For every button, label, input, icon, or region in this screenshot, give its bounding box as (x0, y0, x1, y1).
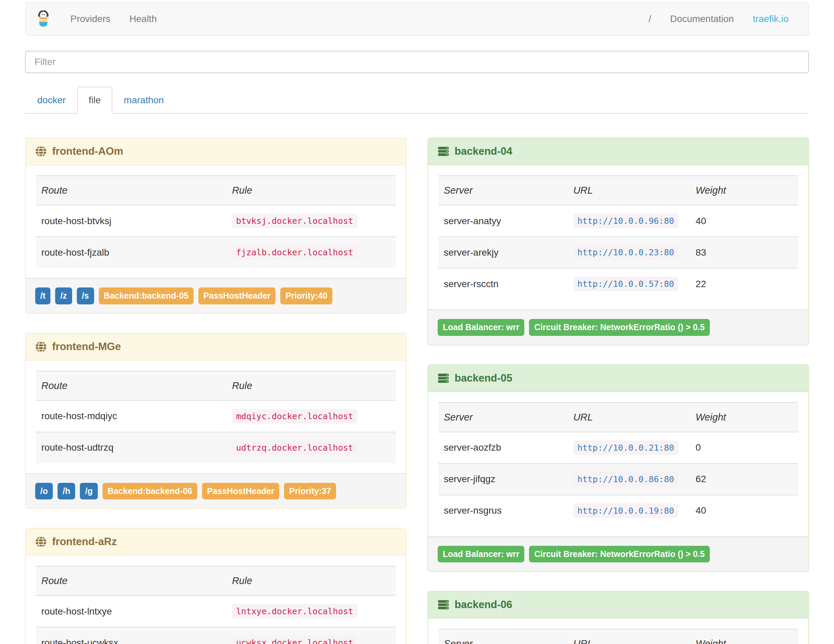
weight-cell: 40 (690, 205, 798, 237)
server-url-link[interactable]: http://10.0.0.19:80 (574, 503, 678, 518)
servers-table: ServerURLWeightserver-aozfzbhttp://10.0.… (438, 402, 798, 526)
entrypoint-badge: /g (80, 483, 97, 500)
rule-cell: btvksj.docker.localhost (226, 205, 396, 237)
panel-title-text: backend-04 (454, 145, 512, 157)
tab-docker[interactable]: docker (26, 87, 77, 113)
url-cell: http://10.0.0.23:80 (568, 237, 690, 268)
panel-title: backend-06 (428, 592, 808, 619)
panel-title: frontend-MGe (26, 333, 406, 361)
provider-content: frontend-AOmRouteRuleroute-host-btvksjbt… (25, 138, 809, 644)
nav-path-separator: / (639, 3, 661, 35)
page-container: Providers Health / Documentation traefik… (25, 2, 809, 644)
server-cell: server-anatyy (438, 205, 568, 237)
server-url-link[interactable]: http://10.0.0.57:80 (574, 277, 678, 291)
table-header-row: RouteRule (36, 371, 396, 401)
navbar: Providers Health / Documentation traefik… (25, 2, 809, 36)
panel-title: frontend-AOm (26, 138, 406, 165)
server-cell: server-aozfzb (438, 432, 568, 464)
backends-column: backend-04ServerURLWeightserver-anatyyht… (427, 138, 809, 644)
rule-cell: fjzalb.docker.localhost (226, 237, 396, 268)
table-header-row: RouteRule (36, 176, 396, 205)
server-url-link[interactable]: http://10.0.0.96:80 (574, 214, 678, 228)
route-row: route-host-mdqiycmdqiyc.docker.localhost (36, 401, 396, 432)
table-head: ServerURLWeight (438, 403, 798, 432)
column-header: Rule (226, 176, 396, 205)
panel-title-text: frontend-MGe (52, 341, 121, 353)
weight-cell: 0 (690, 432, 798, 464)
weight-cell: 40 (690, 495, 798, 526)
frontend-panel: frontend-aRzRouteRuleroute-host-lntxyeln… (25, 528, 407, 644)
backend-panel: backend-06ServerURLWeightserver-opbuopht… (427, 591, 809, 644)
rule-cell: ucwksx.docker.localhost (226, 627, 396, 644)
entrypoint-badge: /t (35, 288, 50, 304)
passhostheader-badge: PassHostHeader (198, 288, 276, 304)
panel-title-text: frontend-AOm (52, 145, 123, 157)
server-cell: server-arekjy (438, 237, 568, 268)
entrypoint-badge: /o (35, 483, 53, 500)
weight-cell: 22 (690, 268, 798, 299)
rule-cell: mdqiyc.docker.localhost (226, 401, 396, 432)
column-header: Route (36, 566, 226, 595)
panel-title-text: backend-05 (454, 372, 512, 384)
rule-chip: mdqiyc.docker.localhost (232, 409, 357, 424)
priority-badge: Priority:40 (280, 288, 332, 304)
server-row: server-rscctnhttp://10.0.0.57:8022 (438, 268, 798, 299)
server-row: server-arekjyhttp://10.0.0.23:8083 (438, 237, 798, 268)
panel-body: ServerURLWeightserver-opbuophttp://10.0.… (428, 619, 808, 644)
filter-bar (25, 51, 809, 73)
column-header: URL (568, 176, 690, 205)
traefik-logo[interactable] (36, 10, 51, 28)
nav-health[interactable]: Health (120, 3, 166, 35)
column-header: Weight (690, 629, 798, 644)
load-balancer-badge: Load Balancer: wrr (438, 546, 524, 563)
tab-file-label[interactable]: file (77, 87, 112, 114)
server-icon (438, 146, 449, 157)
rule-chip: fjzalb.docker.localhost (232, 245, 357, 260)
table-body: route-host-btvksjbtvksj.docker.localhost… (36, 205, 396, 268)
tab-file[interactable]: file (77, 87, 112, 113)
route-cell: route-host-btvksj (36, 205, 226, 237)
server-url-link[interactable]: http://10.0.0.86:80 (574, 472, 678, 487)
nav-traefik-io-link[interactable]: traefik.io (743, 3, 798, 35)
table-body: server-aozfzbhttp://10.0.0.21:800server-… (438, 432, 798, 526)
rule-chip: btvksj.docker.localhost (232, 214, 357, 228)
nav-documentation[interactable]: Documentation (661, 3, 743, 35)
server-row: server-jifqgzhttp://10.0.0.86:8062 (438, 464, 798, 495)
routes-table: RouteRuleroute-host-btvksjbtvksj.docker.… (36, 175, 396, 268)
server-url-link[interactable]: http://10.0.0.23:80 (574, 245, 678, 260)
route-row: route-host-ucwksxucwksx.docker.localhost (36, 627, 396, 644)
filter-input[interactable] (25, 51, 809, 73)
frontend-panel: frontend-MGeRouteRuleroute-host-mdqiycmd… (25, 333, 407, 509)
tab-marathon[interactable]: marathon (112, 87, 175, 113)
server-cell: server-rscctn (438, 268, 568, 299)
server-icon (438, 372, 449, 384)
navbar-left: Providers Health (36, 3, 166, 35)
entrypoint-badge: /h (58, 483, 75, 500)
servers-table: ServerURLWeightserver-anatyyhttp://10.0.… (438, 175, 798, 299)
panel-footer: /t/z/sBackend:backend-05PassHostHeaderPr… (26, 278, 406, 313)
table-header-row: RouteRule (36, 566, 396, 595)
route-cell: route-host-ucwksx (36, 627, 226, 644)
server-url-link[interactable]: http://10.0.0.21:80 (574, 440, 678, 455)
column-header: Route (36, 371, 226, 401)
column-header: Weight (690, 176, 798, 205)
column-header: URL (568, 629, 690, 644)
panel-title: backend-05 (428, 365, 808, 392)
circuit-breaker-badge: Circuit Breaker: NetworkErrorRatio () > … (529, 546, 710, 563)
provider-tabs: docker file marathon (25, 87, 809, 114)
load-balancer-badge: Load Balancer: wrr (438, 319, 524, 336)
column-header: Server (438, 403, 568, 432)
panel-footer: Load Balancer: wrrCircuit Breaker: Netwo… (428, 536, 808, 571)
tab-marathon-label[interactable]: marathon (112, 87, 175, 114)
nav-providers[interactable]: Providers (61, 3, 120, 35)
column-header: Rule (226, 566, 396, 595)
weight-cell: 62 (690, 464, 798, 495)
panel-footer: Load Balancer: wrrCircuit Breaker: Netwo… (428, 309, 808, 345)
table-head: RouteRule (36, 566, 396, 595)
rule-chip: lntxye.docker.localhost (232, 604, 357, 619)
tab-docker-label[interactable]: docker (26, 87, 77, 114)
server-row: server-anatyyhttp://10.0.0.96:8040 (438, 205, 798, 237)
panel-footer: /o/h/gBackend:backend-06PassHostHeaderPr… (26, 473, 406, 508)
url-cell: http://10.0.0.19:80 (568, 495, 690, 526)
table-header-row: ServerURLWeight (438, 403, 798, 432)
